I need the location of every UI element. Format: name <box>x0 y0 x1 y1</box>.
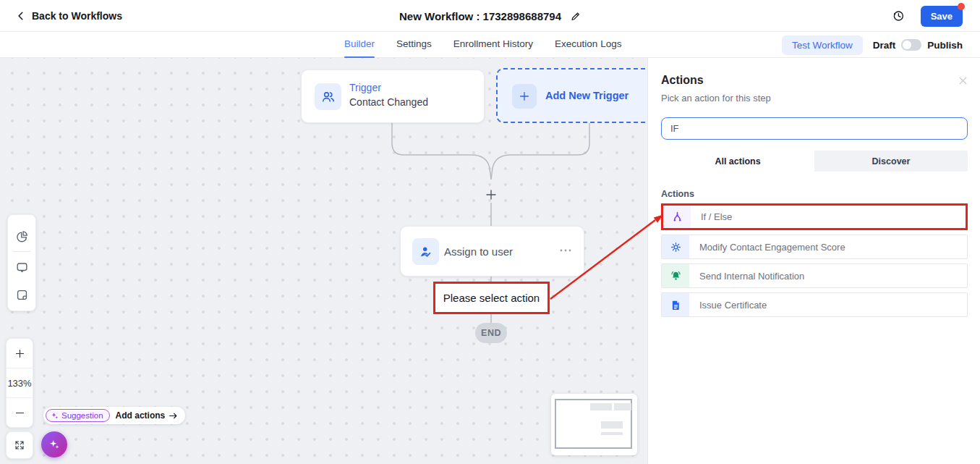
action-item-label: Send Internal Notification <box>689 264 804 287</box>
panel-title: Actions <box>661 74 704 87</box>
publish-label: Publish <box>927 40 963 51</box>
workflow-tabbar: Builder Settings Enrollment History Exec… <box>0 32 980 58</box>
back-label: Back to Workflows <box>32 10 122 22</box>
end-node: END <box>475 323 507 343</box>
icon-cell <box>662 264 689 287</box>
trigger-node-title: Trigger <box>349 82 381 93</box>
icon-cell <box>663 206 691 228</box>
please-select-action-callout: Please select action <box>433 282 550 314</box>
pie-chart-icon <box>15 229 29 243</box>
minimap-node <box>590 403 612 410</box>
save-label: Save <box>931 11 953 22</box>
zoom-level: 133% <box>7 368 33 397</box>
minimap-node <box>601 432 623 435</box>
test-workflow-button[interactable]: Test Workflow <box>782 35 863 55</box>
tab-settings[interactable]: Settings <box>396 32 432 58</box>
back-chevron-icon <box>16 11 26 21</box>
minimap-node <box>601 421 623 429</box>
minimap-node <box>614 403 631 410</box>
notes-button[interactable] <box>7 281 36 308</box>
tab-discover[interactable]: Discover <box>814 151 968 172</box>
arrow-right-icon <box>169 412 178 420</box>
add-new-trigger-label: Add New Trigger <box>545 90 629 101</box>
actions-section-label: Actions <box>661 189 694 199</box>
ellipsis-menu-icon[interactable] <box>559 248 572 253</box>
assign-to-user-node[interactable]: Assign to user <box>400 226 584 277</box>
action-item-if-else[interactable]: If / Else <box>661 203 968 230</box>
action-item-label: If / Else <box>691 206 732 228</box>
suggestion-label: Suggestion <box>61 411 103 420</box>
minimap[interactable] <box>551 394 637 455</box>
tab-enrollment-history[interactable]: Enrollment History <box>453 32 533 58</box>
ai-sparkles-icon <box>48 439 60 450</box>
action-list: If / Else Modify Contact Engagement Scor… <box>661 203 968 321</box>
edit-pencil-icon[interactable] <box>570 11 581 22</box>
version-history-icon[interactable] <box>892 9 905 22</box>
back-to-workflows-button[interactable]: Back to Workflows <box>16 0 122 32</box>
unsaved-changes-dot <box>958 3 965 10</box>
add-new-trigger-button[interactable]: Add New Trigger <box>496 68 647 123</box>
add-actions-link[interactable]: Add actions <box>116 410 179 421</box>
branch-icon <box>671 211 683 223</box>
comments-button[interactable] <box>7 253 36 281</box>
panel-tab-switch: All actions Discover <box>661 151 968 172</box>
tab-builder[interactable]: Builder <box>344 32 375 58</box>
workflow-builder-app: Back to Workflows New Workflow : 1732898… <box>0 0 980 464</box>
publish-toggle[interactable] <box>901 39 921 51</box>
fullscreen-icon <box>14 439 25 451</box>
merge-plus-icon <box>485 188 498 201</box>
publish-toggle-row: Draft Publish <box>873 39 963 51</box>
notes-icon <box>15 288 29 302</box>
assign-icon-box <box>412 238 439 265</box>
action-item-label: Issue Certificate <box>689 293 767 316</box>
action-item-issue-certificate[interactable]: Issue Certificate <box>661 292 968 317</box>
panel-subtitle: Pick an action for this step <box>661 93 771 104</box>
trigger-icon-box <box>315 83 341 110</box>
toolbar-divider <box>13 251 30 252</box>
action-item-modify-engagement-score[interactable]: Modify Contact Engagement Score <box>661 235 968 259</box>
suggestion-bar[interactable]: Suggestion Add actions <box>43 407 185 424</box>
bell-icon <box>670 270 682 282</box>
zoom-controls: 133% <box>6 338 33 428</box>
action-item-send-internal-notification[interactable]: Send Internal Notification <box>661 263 968 288</box>
actions-panel: Actions Pick an action for this step All… <box>647 58 980 464</box>
add-actions-label: Add actions <box>116 410 166 421</box>
zoom-out-icon <box>14 408 25 418</box>
tab-list: Builder Settings Enrollment History Exec… <box>344 32 621 58</box>
stats-button[interactable] <box>7 222 36 250</box>
zoom-in-icon <box>14 348 25 359</box>
header-right-group: Save <box>892 0 963 32</box>
suggestion-chip[interactable]: Suggestion <box>46 409 110 422</box>
tab-execution-logs[interactable]: Execution Logs <box>555 32 621 58</box>
comment-icon <box>15 261 29 274</box>
close-icon[interactable] <box>958 75 968 86</box>
minimap-viewport <box>555 399 632 449</box>
contacts-icon <box>321 90 336 104</box>
plus-icon-box <box>512 84 537 109</box>
draft-label: Draft <box>873 40 896 51</box>
certificate-icon <box>670 299 682 311</box>
plus-icon <box>519 90 530 102</box>
toggle-knob <box>903 41 911 49</box>
action-item-label: Modify Contact Engagement Score <box>689 235 845 258</box>
tab-all-actions[interactable]: All actions <box>661 151 814 172</box>
save-button[interactable]: Save <box>921 6 963 27</box>
zoom-in-button[interactable] <box>7 339 33 368</box>
fit-view-button[interactable] <box>6 431 33 459</box>
canvas-toolbar <box>7 214 36 311</box>
tabbar-right-group: Test Workflow Draft Publish <box>782 32 963 58</box>
icon-cell <box>662 235 689 258</box>
assign-user-icon <box>419 245 433 259</box>
trigger-node-subtitle: Contact Changed <box>349 96 428 108</box>
workflow-canvas[interactable]: Trigger Contact Changed Add New Trigger <box>0 58 647 464</box>
header-bar: Back to Workflows New Workflow : 1732898… <box>0 0 980 32</box>
action-search-input[interactable] <box>661 117 968 140</box>
ai-assistant-button[interactable] <box>41 431 67 457</box>
zoom-out-button[interactable] <box>7 397 33 427</box>
add-step-plus-button[interactable] <box>485 188 498 201</box>
sparkles-icon <box>51 412 59 420</box>
engagement-score-icon <box>670 241 682 253</box>
trigger-node[interactable]: Trigger Contact Changed <box>301 69 485 123</box>
workflow-title-group: New Workflow : 1732898688794 <box>399 0 581 32</box>
assign-node-label: Assign to user <box>444 245 513 258</box>
